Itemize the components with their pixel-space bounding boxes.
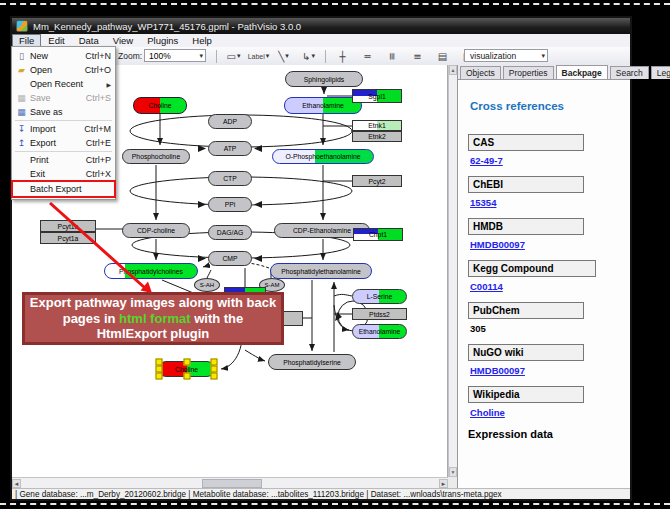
- backpage-link[interactable]: HMDB00097: [470, 239, 620, 250]
- label-tool-button[interactable]: Label▾: [248, 49, 269, 64]
- tab-objects[interactable]: Objects: [460, 66, 501, 79]
- distribute-horizontal-button[interactable]: ≡: [382, 49, 403, 64]
- tab-properties[interactable]: Properties: [503, 66, 554, 79]
- tab-legend[interactable]: Legend: [651, 66, 670, 79]
- annotation-highlight: html format: [119, 311, 191, 326]
- pathway-node-ctp[interactable]: CTP: [208, 171, 252, 186]
- selection-handle[interactable]: [156, 359, 163, 366]
- pathway-node-pcyt1a[interactable]: Pcyt1a: [40, 232, 96, 244]
- file-menu-item-new[interactable]: ▯NewCtrl+N: [12, 49, 115, 63]
- expression-data-heading: Expression data: [468, 428, 620, 440]
- backpage-link[interactable]: 15354: [470, 197, 620, 208]
- backpage-link[interactable]: C00114: [470, 281, 620, 292]
- pathway-node-l-serine[interactable]: L-Serine: [352, 289, 407, 304]
- scroll-down-arrow-icon[interactable]: ▼: [449, 467, 457, 477]
- pathway-node-etnk1[interactable]: Etnk1: [352, 120, 402, 131]
- pathway-node-phosphatidylcholines[interactable]: Phosphatidylcholines: [104, 263, 198, 279]
- selection-handle[interactable]: [211, 359, 218, 366]
- pathway-node-phosphatidylserine[interactable]: Phosphatidylserine: [268, 354, 356, 370]
- tab-search[interactable]: Search: [610, 66, 649, 79]
- pathway-node-ethanolamine-low[interactable]: Ethanolamine: [352, 324, 407, 339]
- import-icon: ↧: [15, 124, 28, 134]
- pathway-node-pcyt1b[interactable]: Pcyt1b: [40, 220, 96, 232]
- file-menu-item-import[interactable]: ↧ImportCtrl+M: [12, 122, 115, 136]
- pathway-node-ptdss2[interactable]: Ptdss2: [352, 308, 407, 320]
- backpage-content: Cross references CAS62-49-7ChEBI15354HMD…: [458, 80, 630, 446]
- title-bar[interactable]: Mm_Kennedy_pathway_WP1771_45176.gpml - P…: [12, 18, 630, 34]
- selection-handle[interactable]: [211, 366, 218, 373]
- tab-backpage[interactable]: Backpage: [556, 65, 608, 79]
- pathway-node-choline-selected[interactable]: Choline: [158, 361, 215, 377]
- menu-item-label: Import: [30, 124, 84, 134]
- menu-plugins[interactable]: Plugins: [140, 34, 185, 47]
- align-center-button[interactable]: ┼: [332, 49, 353, 64]
- scroll-left-arrow-icon[interactable]: ◄: [12, 479, 21, 488]
- backpage-section: Kegg CompoundC00114: [468, 260, 620, 292]
- selection-handle[interactable]: [183, 373, 190, 380]
- file-menu-item-open[interactable]: ▰OpenCtrl+O: [12, 63, 115, 77]
- line-tool-button[interactable]: ╲▾: [273, 49, 294, 64]
- chevron-down-icon: ▾: [311, 52, 315, 60]
- backpage-link[interactable]: HMDB00097: [470, 365, 620, 376]
- toolbar-separator: [216, 50, 217, 63]
- selection-handle[interactable]: [156, 366, 163, 373]
- stack-vertical-button[interactable]: ▤: [432, 49, 453, 64]
- selection-handle[interactable]: [211, 373, 218, 380]
- zoom-combobox[interactable]: 100% ▾: [144, 49, 206, 62]
- open-folder-icon: ▰: [15, 65, 28, 75]
- menu-item-shortcut: Ctrl+O: [85, 65, 111, 75]
- pathway-node-atp[interactable]: ATP: [208, 141, 252, 156]
- side-panel-tabs: ObjectsPropertiesBackpageSearchLegend: [458, 65, 630, 80]
- pathway-node-pcyt2[interactable]: Pcyt2: [352, 175, 402, 187]
- backpage-section-title: PubChem: [468, 302, 584, 319]
- pathway-node-sgpl1[interactable]: Sgpl1: [352, 89, 402, 103]
- backpage-section: NuGO wikiHMDB00097: [468, 344, 620, 376]
- connector-tool-button[interactable]: ↳▾: [298, 49, 319, 64]
- selection-handle[interactable]: [156, 373, 163, 380]
- file-menu-item-exit[interactable]: ExitCtrl+X: [12, 167, 115, 181]
- status-bar: | Gene database: ...m_Derby_20120602.bri…: [12, 488, 630, 499]
- menu-item-label: Exit: [30, 169, 86, 179]
- menu-help[interactable]: Help: [185, 34, 219, 47]
- file-menu-item-save-as[interactable]: ▦Save as: [12, 105, 115, 119]
- pathway-node-ethanolamine-top[interactable]: Ethanolamine: [284, 97, 362, 114]
- window-title: Mm_Kennedy_pathway_WP1771_45176.gpml - P…: [33, 21, 301, 32]
- backpage-section: WikipediaCholine: [468, 386, 620, 418]
- pathway-node-cdp-choline[interactable]: CDP-choline: [122, 223, 190, 238]
- pathway-node-o-phosphoethanolamine[interactable]: O-Phosphoethanolamine: [272, 149, 374, 164]
- canvas-vertical-scrollbar[interactable]: ▲ ▼: [448, 65, 457, 477]
- file-menu-item-open-recent[interactable]: Open Recent▶: [12, 77, 115, 91]
- pathway-node-gene-box-partial[interactable]: [283, 311, 303, 326]
- scrollbar-thumb[interactable]: [202, 479, 262, 488]
- side-panel: ObjectsPropertiesBackpageSearchLegend Cr…: [457, 65, 630, 488]
- menu-item-label: Save: [30, 93, 86, 103]
- align-middle-button[interactable]: ═: [357, 49, 378, 64]
- pathway-node-dag-ag[interactable]: DAG/AG: [208, 225, 252, 240]
- pathway-node-sphingolipids[interactable]: Sphingolipids: [285, 71, 363, 87]
- file-menu-item-save[interactable]: ▦SaveCtrl+S: [12, 91, 115, 105]
- file-menu-item-batch-export[interactable]: Batch Export: [12, 181, 115, 197]
- pathway-node-adp[interactable]: ADP: [208, 114, 252, 129]
- scroll-right-arrow-icon[interactable]: ►: [439, 479, 448, 488]
- visualization-combobox[interactable]: visualization ▾: [464, 49, 548, 62]
- distribute-vertical-button[interactable]: ≡: [407, 49, 428, 64]
- label-tool-icon: Label: [248, 53, 265, 60]
- selection-handle[interactable]: [183, 359, 190, 366]
- pathway-node-cmp[interactable]: CMP: [208, 251, 252, 266]
- annotation-line2: pages in html format with the: [25, 311, 281, 327]
- annotation-line3: HtmlExport plugin: [25, 326, 281, 342]
- datanode-tool-button[interactable]: ▭▾: [223, 49, 244, 64]
- pathway-node-choline-top[interactable]: Choline: [133, 97, 187, 114]
- pathway-node-etnk2[interactable]: Etnk2: [352, 131, 402, 142]
- file-menu-item-print[interactable]: PrintCtrl+P: [12, 153, 115, 167]
- menu-item-shortcut: Ctrl+N: [85, 51, 111, 61]
- backpage-link[interactable]: 62-49-7: [470, 155, 620, 166]
- file-menu-item-export[interactable]: ↥ExportCtrl+E: [12, 136, 115, 150]
- pathway-node-ppi[interactable]: PPi: [208, 197, 252, 212]
- pathway-node-phosphatidylethanolamine[interactable]: Phosphatidylethanolamine: [270, 263, 372, 279]
- pathway-node-chpt1[interactable]: Chpt1: [353, 228, 403, 241]
- pathway-node-phosphocholine[interactable]: Phosphocholine: [122, 149, 190, 164]
- scroll-up-arrow-icon[interactable]: ▲: [449, 65, 457, 75]
- backpage-link[interactable]: Choline: [470, 407, 620, 418]
- pathway-node-s-ah[interactable]: S-AH: [194, 278, 220, 292]
